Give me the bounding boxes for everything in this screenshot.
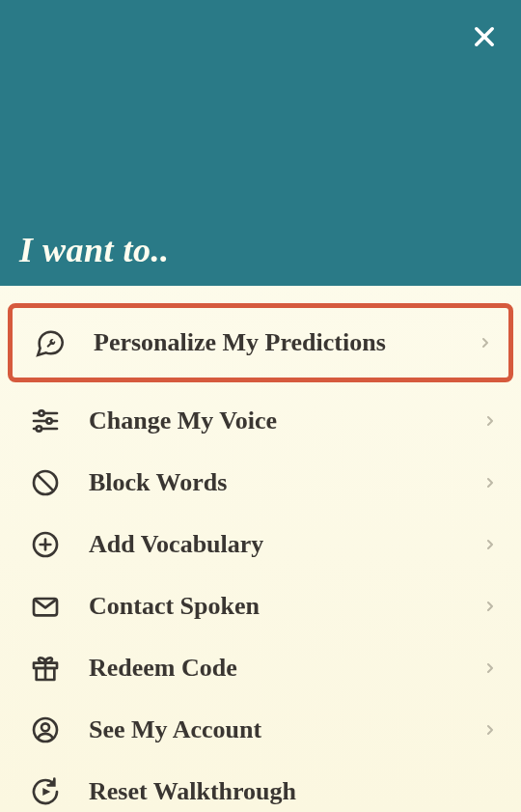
chevron-right-icon [482,722,498,738]
menu-item-add-vocabulary[interactable]: Add Vocabulary [0,514,521,575]
menu-item-contact-spoken[interactable]: Contact Spoken [0,575,521,637]
block-icon [29,466,62,499]
menu-item-change-voice[interactable]: Change My Voice [0,390,521,452]
svg-marker-19 [42,788,50,796]
menu-item-see-account[interactable]: See My Account [0,699,521,761]
chevron-right-icon [482,413,498,429]
svg-point-3 [39,410,43,415]
wrench-chat-icon [34,326,67,359]
menu-item-label: Reset Walkthrough [89,777,498,806]
svg-point-7 [37,426,41,431]
menu-item-label: Add Vocabulary [89,530,482,559]
chevron-right-icon [482,599,498,614]
chevron-right-icon [478,335,493,350]
mail-icon [29,590,62,623]
chevron-right-icon [482,537,498,552]
menu-item-label: Redeem Code [89,654,482,683]
menu-item-label: Change My Voice [89,406,482,435]
gift-icon [29,652,62,685]
menu-item-label: Block Words [89,468,482,497]
menu-item-label: See My Account [89,715,482,744]
svg-point-5 [46,418,51,423]
close-icon [471,23,498,50]
menu-item-label: Contact Spoken [89,592,482,621]
close-button[interactable] [469,21,500,52]
chevron-right-icon [482,660,498,676]
sliders-icon [29,405,62,437]
chevron-right-icon [482,475,498,490]
menu-item-redeem-code[interactable]: Redeem Code [0,637,521,699]
replay-icon [29,775,62,808]
svg-point-18 [41,723,49,731]
menu-item-reset-walkthrough[interactable]: Reset Walkthrough [0,761,521,812]
svg-line-9 [37,474,53,490]
menu-item-block-words[interactable]: Block Words [0,452,521,514]
page-title: I want to.. [19,230,170,270]
menu-list: Personalize My Predictions Change My Voi… [0,286,521,812]
account-icon [29,714,62,746]
header: I want to.. [0,0,521,286]
plus-circle-icon [29,528,62,561]
menu-item-personalize-predictions[interactable]: Personalize My Predictions [8,303,513,382]
menu-item-label: Personalize My Predictions [94,328,478,357]
